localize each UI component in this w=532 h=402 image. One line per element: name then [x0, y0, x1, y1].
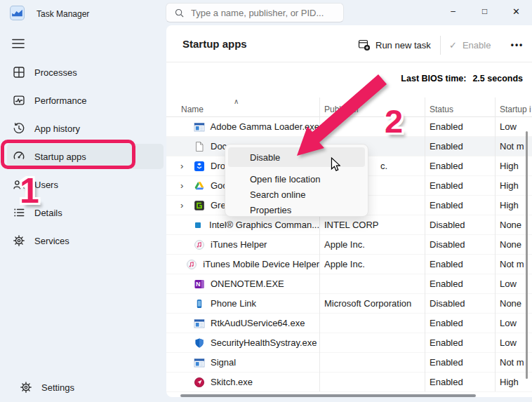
sidebar-item-settings[interactable]: Settings: [14, 375, 171, 400]
name-cell: SecurityHealthSystray.exe: [166, 337, 319, 349]
app-name: Skitch.exe: [211, 377, 253, 387]
column-divider: [495, 98, 496, 391]
app-name: iTunes Mobile Device Helper: [203, 259, 319, 269]
header-divider: [166, 62, 532, 62]
sidebar-item-label: Performance: [34, 95, 86, 106]
run-new-task-button[interactable]: Run new task: [358, 35, 431, 55]
enable-button[interactable]: ✓ Enable: [449, 35, 491, 55]
gdrive-icon: [194, 180, 205, 192]
search-box[interactable]: [166, 3, 344, 22]
sidebar-item-users[interactable]: Users: [7, 172, 164, 197]
status-cell: Enabled: [425, 161, 495, 171]
publisher-cell: Microsoft Corporation: [319, 298, 425, 309]
name-cell: Skitch.exe: [166, 377, 319, 388]
table-row[interactable]: iTunes Helper Apple Inc. Disabled None: [166, 235, 532, 255]
table-row[interactable]: Adobe Gamma Loader.exe Enabled Low: [166, 117, 532, 137]
status-cell: Disabled: [425, 298, 495, 309]
table-row[interactable]: SecurityHealthSystray.exe Enabled Low: [166, 333, 532, 353]
column-divider: [425, 98, 425, 391]
status-cell: Enabled: [425, 377, 495, 387]
column-header-startup-impact[interactable]: Startup i: [500, 105, 532, 114]
column-header-publisher[interactable]: Publisher: [324, 105, 359, 114]
details-icon: [13, 206, 25, 219]
more-options-button[interactable]: •••: [508, 36, 526, 53]
run-new-task-label: Run new task: [375, 40, 431, 51]
status-cell: Enabled: [425, 200, 495, 210]
app-name: Adobe Gamma Loader.exe: [211, 121, 319, 132]
close-button[interactable]: ✕: [500, 0, 532, 22]
sidebar-item-label: Settings: [41, 382, 74, 393]
startup-apps-icon: [13, 150, 25, 163]
app-name: Gre: [211, 200, 226, 210]
sidebar-item-details[interactable]: Details: [7, 200, 164, 225]
app-name: Signal: [211, 357, 236, 368]
intel-icon: [192, 220, 204, 231]
publisher-cell: Apple Inc.: [319, 239, 425, 250]
dropbox-icon: [194, 161, 205, 172]
column-header-name[interactable]: Name: [181, 105, 204, 114]
table-row[interactable]: RtkAudUService64.exe Enabled Low: [166, 314, 532, 333]
context-menu-item-properties[interactable]: Properties: [225, 202, 368, 217]
sidebar-item-performance[interactable]: Performance: [7, 88, 164, 113]
page-title: Startup apps: [182, 38, 247, 50]
context-menu-item-search-online[interactable]: Search online: [225, 187, 368, 202]
expand-chevron-icon[interactable]: [180, 201, 189, 210]
minimize-button[interactable]: –: [437, 0, 469, 22]
expand-chevron-icon[interactable]: [180, 181, 189, 190]
greenshot-icon: [194, 200, 205, 211]
horizontal-scrollbar[interactable]: [180, 394, 476, 397]
sidebar-item-app-history[interactable]: App history: [7, 116, 164, 141]
skitch-icon: [194, 377, 205, 388]
table-row[interactable]: Phone Link Microsoft Corporation Disable…: [166, 294, 532, 314]
file-icon: [194, 141, 205, 152]
table-row[interactable]: Skitch.exe Enabled High: [166, 373, 532, 392]
task-manager-app-icon: [10, 6, 25, 20]
app-name: ONENOTEM.EXE: [211, 279, 284, 289]
toolbar-divider: [440, 36, 441, 55]
expand-chevron-icon[interactable]: [180, 161, 189, 170]
name-cell: Intel® Graphics Comman...: [166, 220, 319, 231]
table-row[interactable]: Intel® Graphics Comman... INTEL CORP Dis…: [166, 215, 532, 235]
name-cell: iTunes Mobile Device Helper: [166, 259, 319, 270]
table-row[interactable]: Signal Enabled Not m: [166, 353, 532, 373]
sidebar-item-startup-apps[interactable]: Startup apps: [7, 144, 164, 169]
name-cell: Phone Link: [166, 298, 319, 309]
status-cell: Enabled: [425, 141, 495, 152]
status-cell: Disabled: [425, 220, 495, 230]
navigation-menu-icon[interactable]: [11, 36, 25, 51]
vertical-scrollbar[interactable]: [526, 131, 528, 379]
name-cell: N ONENOTEM.EXE: [166, 279, 319, 290]
name-cell: Adobe Gamma Loader.exe: [166, 121, 319, 133]
last-bios-label: Last BIOS time:: [401, 74, 466, 83]
sidebar-item-label: Users: [34, 180, 58, 190]
context-menu-item-disable[interactable]: Disable: [228, 147, 365, 167]
publisher-cell: INTEL CORP: [319, 220, 425, 230]
sidebar-item-processes[interactable]: Processes: [7, 60, 164, 85]
app-name: iTunes Helper: [211, 239, 267, 250]
column-header-status[interactable]: Status: [430, 105, 453, 114]
processes-icon: [13, 66, 25, 79]
table-row[interactable]: N ONENOTEM.EXE Enabled Low: [166, 274, 532, 294]
status-cell: Enabled: [425, 121, 495, 132]
app-window-icon: [194, 318, 205, 329]
table-row[interactable]: iTunes Mobile Device Helper Apple Inc. E…: [166, 255, 532, 274]
performance-icon: [13, 94, 25, 107]
task-manager-window: { "window": { "title": "Task Manager", "…: [0, 0, 532, 402]
publisher-cell: Apple Inc.: [319, 259, 425, 269]
users-icon: [13, 178, 25, 191]
sidebar-item-label: Details: [34, 208, 62, 218]
maximize-button[interactable]: □: [469, 0, 500, 22]
context-menu-item-open-file-location[interactable]: Open file location: [225, 171, 368, 187]
app-history-icon: [13, 122, 25, 135]
app-name: RtkAudUService64.exe: [211, 318, 305, 328]
status-cell: Enabled: [425, 279, 495, 289]
column-divider: [319, 98, 320, 391]
search-input[interactable]: [191, 8, 331, 18]
shield-icon: [194, 337, 205, 349]
last-bios-value: 2.5 seconds: [472, 74, 523, 83]
sidebar-item-services[interactable]: Services: [7, 228, 164, 253]
itunes-icon: [194, 239, 205, 250]
status-cell: Enabled: [425, 357, 495, 368]
itunes-icon: [186, 259, 197, 270]
impact-cell: Low: [495, 121, 532, 132]
